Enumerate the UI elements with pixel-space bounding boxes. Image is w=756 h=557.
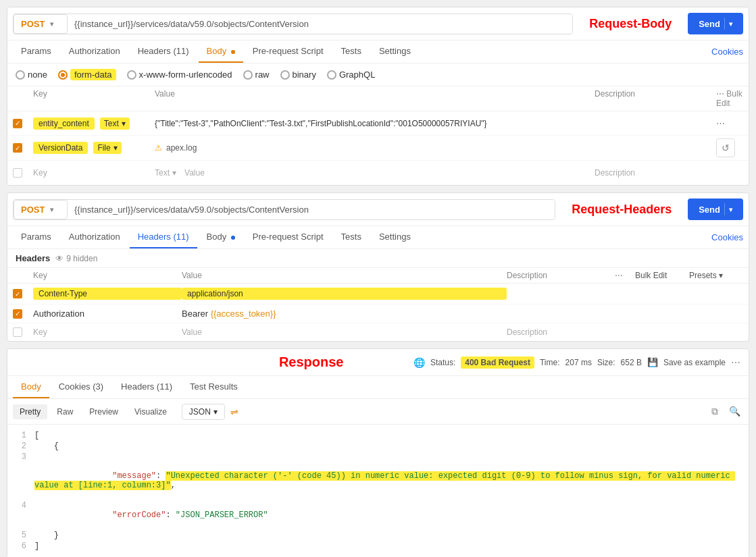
headers-title: Headers xyxy=(16,253,50,263)
tab-prerequest-body[interactable]: Pre-request Script xyxy=(245,41,332,63)
cookies-link-headers[interactable]: Cookies xyxy=(711,232,743,242)
send-label: Send xyxy=(699,19,720,29)
code-line-4: 4 "errorCode": "JSON_PARSER_ERROR" xyxy=(7,500,749,530)
new-key-placeholder[interactable]: Key xyxy=(33,168,155,178)
option-graphql[interactable]: GraphQL xyxy=(327,70,375,80)
search-icon[interactable]: 🔍 xyxy=(726,403,743,420)
json-format-select[interactable]: JSON ▾ xyxy=(182,404,225,420)
request-headers-label: Request-Headers xyxy=(572,203,672,217)
option-urlencoded[interactable]: x-www-form-urlencoded xyxy=(127,70,232,80)
option-urlencoded-label: x-www-form-urlencoded xyxy=(139,70,232,80)
format-preview[interactable]: Preview xyxy=(82,404,125,419)
tab-settings-headers[interactable]: Settings xyxy=(371,226,419,248)
option-binary[interactable]: binary xyxy=(280,70,316,80)
h-new-value[interactable]: Value xyxy=(182,327,507,337)
code-line-3: 3 "message": "Unexpected character ('-' … xyxy=(7,452,749,500)
line-content-6: ] xyxy=(34,541,39,551)
headers-method-selector[interactable]: POST ▾ xyxy=(14,200,68,219)
tab-headers-headers[interactable]: Headers (11) xyxy=(130,226,197,248)
col-key-body: Key xyxy=(33,89,155,108)
tab-headers-body[interactable]: Headers (11) xyxy=(130,41,197,63)
access-token-variable: {{access_token}} xyxy=(211,309,276,319)
radio-graphql xyxy=(327,70,336,80)
h-row1-checkbox[interactable]: ✓ xyxy=(13,289,22,298)
option-none[interactable]: none xyxy=(16,70,47,80)
tab-body-body[interactable]: Body xyxy=(199,41,243,63)
error-key: "errorCode" xyxy=(74,510,166,520)
request-body-label: Request-Body xyxy=(589,17,672,31)
h-new-desc[interactable]: Description xyxy=(507,327,615,337)
row2-type[interactable]: File ▾ xyxy=(93,142,121,154)
option-raw-label: raw xyxy=(255,70,270,80)
col-desc-body: Description xyxy=(595,89,716,108)
body-options: none form-data x-www-form-urlencoded raw… xyxy=(7,63,749,86)
h-new-key[interactable]: Key xyxy=(33,327,182,337)
resp-tab-test-results[interactable]: Test Results xyxy=(182,376,246,398)
new-row-checkbox xyxy=(13,168,22,178)
headers-send-arrow-icon: ▾ xyxy=(729,206,732,213)
filter-icon[interactable]: ⇌ xyxy=(230,406,238,417)
url-input[interactable] xyxy=(68,15,572,33)
line-num-4: 4 xyxy=(7,501,34,510)
method-selector[interactable]: POST ▾ xyxy=(14,14,68,34)
row1-type[interactable]: Text ▾ xyxy=(100,117,130,130)
refresh-button[interactable]: ↺ xyxy=(716,138,735,157)
format-raw[interactable]: Raw xyxy=(50,404,80,419)
tab-body-headers[interactable]: Body xyxy=(199,226,243,248)
radio-none xyxy=(16,70,25,80)
row2-checkbox[interactable]: ✓ xyxy=(13,143,22,153)
save-example-btn[interactable]: Save as example xyxy=(663,358,726,367)
body-dot xyxy=(231,50,235,54)
resp-tab-cookies[interactable]: Cookies (3) xyxy=(51,376,111,398)
error-value: "JSON_PARSER_ERROR" xyxy=(176,510,268,520)
tab-tests-body[interactable]: Tests xyxy=(333,41,370,63)
eye-icon: 👁 xyxy=(55,254,64,263)
option-form-data[interactable]: form-data xyxy=(58,69,116,80)
copy-icon[interactable]: ⧉ xyxy=(709,403,721,420)
headers-url-input-group: POST ▾ xyxy=(13,199,555,220)
tab-settings-body[interactable]: Settings xyxy=(371,41,419,63)
tab-authorization-body[interactable]: Authorization xyxy=(61,41,128,63)
row2-key: VersionData xyxy=(33,142,88,154)
h-bulk-edit[interactable]: Bulk Edit xyxy=(635,271,689,280)
format-pretty[interactable]: Pretty xyxy=(13,404,47,419)
headers-section-title: Headers 👁 9 hidden xyxy=(7,249,749,268)
row2-filename: apex.log xyxy=(166,143,197,153)
size-value: 652 B xyxy=(621,358,642,367)
new-value-placeholder[interactable]: Value xyxy=(184,168,205,178)
header-row-2: ✓ Authorization Bearer {{access_token}} xyxy=(7,304,749,323)
code-area: 1 [ 2 { 3 "message": "Unexpected charact… xyxy=(7,425,749,557)
option-raw[interactable]: raw xyxy=(243,70,270,80)
row1-type-label: Text xyxy=(104,119,119,128)
send-button-headers[interactable]: Send ▾ xyxy=(688,198,743,220)
row1-more[interactable]: ⋯ xyxy=(716,118,743,128)
new-type-label: Text xyxy=(155,168,170,178)
new-desc-placeholder[interactable]: Description xyxy=(595,168,716,178)
line-num-5: 5 xyxy=(7,531,34,540)
tab-params-headers[interactable]: Params xyxy=(13,226,59,248)
h-row2-checkbox[interactable]: ✓ xyxy=(13,309,22,319)
bulk-edit-body[interactable]: ⋯ Bulk Edit xyxy=(716,89,743,108)
response-tabs: Body Cookies (3) Headers (11) Test Resul… xyxy=(7,376,749,399)
line-num-6: 6 xyxy=(7,541,34,551)
row2-type-label: File xyxy=(97,143,110,153)
request-body-panel: POST ▾ Request-Body Send ▾ Params Author… xyxy=(7,7,749,186)
tab-prerequest-headers[interactable]: Pre-request Script xyxy=(245,226,332,248)
tab-authorization-headers[interactable]: Authorization xyxy=(61,226,128,248)
h-presets[interactable]: Presets ▾ xyxy=(689,271,743,280)
tab-params-body[interactable]: Params xyxy=(13,41,59,63)
resp-tab-body[interactable]: Body xyxy=(13,376,49,398)
resp-tab-headers[interactable]: Headers (11) xyxy=(113,376,180,398)
header-row-1: ✓ Content-Type application/json xyxy=(7,284,749,304)
response-more-btn[interactable]: ⋯ xyxy=(731,357,740,368)
response-header-row: Response 🌐 Status: 400 Bad Request Time:… xyxy=(7,349,749,376)
cookies-link-body[interactable]: Cookies xyxy=(711,47,743,57)
h-col-desc: Description xyxy=(507,271,615,280)
headers-send-label: Send xyxy=(699,205,720,215)
h-row2-key: Authorization xyxy=(33,309,182,319)
tab-tests-headers[interactable]: Tests xyxy=(333,226,370,248)
send-button-body[interactable]: Send ▾ xyxy=(688,13,743,34)
row1-checkbox[interactable]: ✓ xyxy=(13,119,22,128)
headers-url-input[interactable] xyxy=(68,201,555,219)
format-visualize[interactable]: Visualize xyxy=(128,404,174,419)
